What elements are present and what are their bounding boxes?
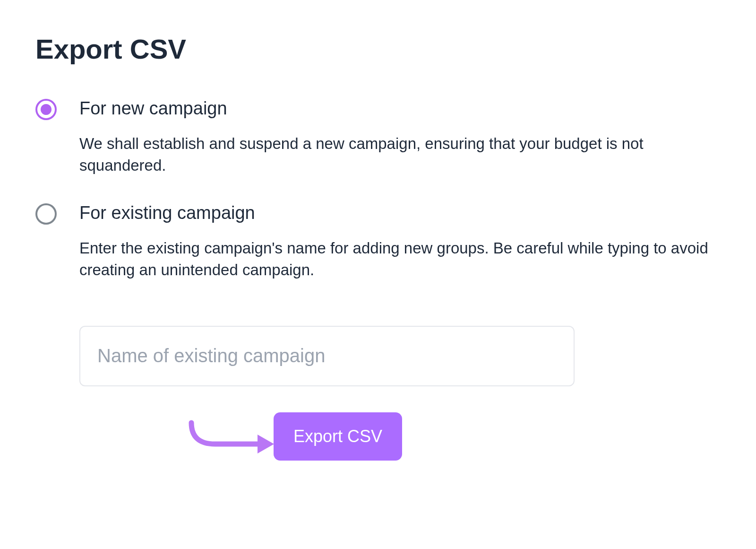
option-label: For new campaign (79, 98, 721, 120)
button-area: Export CSV (35, 412, 721, 469)
radio-icon (35, 99, 57, 120)
option-description: Enter the existing campaign's name for a… (79, 237, 721, 281)
radio-existing-campaign[interactable] (35, 203, 57, 225)
option-content: For new campaign We shall establish and … (79, 98, 721, 176)
arrow-icon (187, 418, 281, 461)
page-title: Export CSV (35, 33, 721, 65)
option-content: For existing campaign Enter the existing… (79, 202, 721, 281)
radio-new-campaign[interactable] (35, 99, 57, 120)
campaign-name-input[interactable] (79, 326, 575, 386)
option-new-campaign: For new campaign We shall establish and … (35, 98, 721, 176)
export-csv-dialog: Export CSV For new campaign We shall est… (35, 33, 721, 469)
option-description: We shall establish and suspend a new cam… (79, 133, 721, 176)
option-existing-campaign: For existing campaign Enter the existing… (35, 202, 721, 281)
export-csv-button[interactable]: Export CSV (274, 412, 402, 461)
option-label: For existing campaign (79, 202, 721, 224)
radio-icon (35, 203, 57, 225)
